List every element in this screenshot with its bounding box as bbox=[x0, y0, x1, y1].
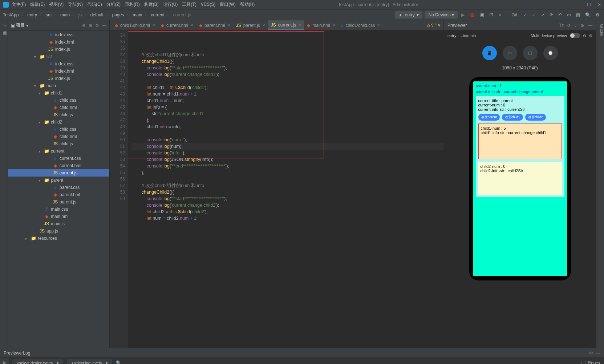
close-tab-icon[interactable]: ✕ bbox=[262, 23, 265, 27]
breadcrumb-item[interactable]: pages bbox=[112, 12, 124, 17]
tree-item-main.js[interactable]: JSmain.js bbox=[8, 220, 109, 227]
breadcrumb-item[interactable]: src bbox=[46, 12, 52, 17]
zoom-out-icon[interactable]: ⊖ bbox=[583, 33, 586, 38]
left-tool-project[interactable]: 1: 项目 bbox=[2, 24, 8, 348]
git-commit-icon[interactable]: ✓ bbox=[531, 12, 537, 17]
log-hide-icon[interactable]: — bbox=[596, 351, 600, 356]
maximize-icon[interactable]: ☐ bbox=[587, 2, 591, 7]
tree-item-index.hml[interactable]: ◆index.hml bbox=[8, 39, 109, 46]
code-editor[interactable]: // 改变child1组件的num 和 info changeChild1(){… bbox=[128, 31, 443, 348]
close-tab-icon[interactable]: ✕ bbox=[298, 23, 301, 27]
tree-item-parent.hml[interactable]: ◆parent.hml bbox=[8, 191, 109, 198]
tree-item-parent[interactable]: ▾📁parent bbox=[8, 177, 109, 184]
tree-item-child.js[interactable]: JSchild.js bbox=[8, 111, 109, 118]
log-search-icon[interactable]: 🔍 bbox=[116, 360, 121, 364]
previewer-tt-icon[interactable]: Tт bbox=[559, 23, 564, 28]
menu-视图(V)[interactable]: 视图(V) bbox=[49, 2, 64, 7]
tree-item-child1[interactable]: ▾📁child1 bbox=[8, 89, 109, 97]
tree-item-main.css[interactable]: #main.css bbox=[8, 206, 109, 213]
device-phone-icon[interactable]: 📱 bbox=[482, 46, 497, 60]
tree-item-current.css[interactable]: #current.css bbox=[8, 155, 109, 162]
preview-btn-改变child1[interactable]: 改变child1 bbox=[502, 114, 523, 121]
structure-icon[interactable]: ▤ bbox=[575, 12, 581, 17]
menu-运行(U)[interactable]: 运行(U) bbox=[163, 2, 178, 7]
menu-代码(C)[interactable]: 代码(C) bbox=[87, 2, 102, 7]
editor-tab-parent.hml[interactable]: ◆parent.hml✕ bbox=[196, 20, 233, 30]
tree-item-list[interactable]: ▾📁list bbox=[8, 53, 109, 60]
device-tablet-icon[interactable]: ▭ bbox=[503, 46, 517, 60]
tree-item-index.js[interactable]: JSindex.js bbox=[8, 46, 109, 53]
zoom-in-icon[interactable]: ⊕ bbox=[589, 33, 592, 38]
git-update-icon[interactable]: ✓ bbox=[522, 12, 528, 17]
editor-tab-current.hml[interactable]: ◆current.hml✕ bbox=[158, 20, 196, 30]
profile-icon[interactable]: ⏱ bbox=[488, 12, 495, 17]
project-hide-icon[interactable]: — bbox=[102, 23, 106, 28]
editor-tab-child1\child.hml[interactable]: ◆child1\child.hml✕ bbox=[112, 20, 158, 30]
preview-btn-改变parent[interactable]: 改变parent bbox=[478, 114, 500, 121]
breadcrumb-item[interactable]: default bbox=[90, 12, 104, 17]
tree-item-child2[interactable]: ▾📁child2 bbox=[8, 118, 109, 126]
breadcrumb-item[interactable]: main bbox=[60, 12, 70, 17]
tree-item-parent.js[interactable]: JSparent.js bbox=[8, 198, 109, 206]
tree-item-current[interactable]: ▾📁current bbox=[8, 147, 109, 155]
run-config-combo[interactable]: ▲ entry ▾ bbox=[395, 11, 423, 19]
menu-分析(Z)[interactable]: 分析(Z) bbox=[106, 2, 121, 7]
tree-item-child.css[interactable]: #child.css bbox=[8, 126, 109, 133]
device-watch-icon[interactable]: ⌚ bbox=[543, 46, 558, 60]
menu-构建(B)[interactable]: 构建(B) bbox=[144, 2, 159, 7]
git-revert-icon[interactable]: ↶ bbox=[557, 12, 563, 17]
close-icon[interactable]: ✕ bbox=[597, 2, 601, 7]
tree-item-child.css[interactable]: #child.css bbox=[8, 97, 109, 104]
project-collapse-icon[interactable]: ⊖ bbox=[82, 23, 86, 28]
project-target-icon[interactable]: ⊕ bbox=[89, 23, 92, 28]
run-icon[interactable]: ▶ bbox=[460, 12, 466, 17]
editor-tab-main.hml[interactable]: ◆main.hml✕ bbox=[304, 20, 338, 30]
minimize-icon[interactable]: — bbox=[576, 2, 580, 7]
git-push-icon[interactable]: ↗ bbox=[539, 12, 546, 17]
close-tab-icon[interactable]: ✕ bbox=[377, 23, 380, 27]
search-icon[interactable]: 🔍 bbox=[584, 12, 592, 17]
previewer-refresh-icon[interactable]: ⟳ bbox=[567, 23, 571, 28]
bell-icon[interactable]: ⚙ bbox=[594, 12, 601, 17]
previewer-route-icon[interactable]: ⤴ bbox=[575, 23, 577, 28]
log-gear-icon[interactable]: ⚙ bbox=[589, 351, 593, 356]
close-tab-icon[interactable]: ✕ bbox=[332, 23, 335, 27]
tree-item-index.hml[interactable]: ◆index.hml bbox=[8, 68, 109, 75]
tree-item-parent.css[interactable]: #parent.css bbox=[8, 184, 109, 191]
breadcrumb[interactable]: TestApp〉entry〉src〉main〉js〉default〉pages〉… bbox=[3, 12, 191, 18]
git-history-icon[interactable]: ⟳ bbox=[548, 12, 555, 17]
tree-item-child.hml[interactable]: ◆child.hml bbox=[8, 133, 109, 140]
device-tv-icon[interactable]: ▢ bbox=[523, 46, 538, 60]
device-type-combo[interactable]: <select device type> ▾ bbox=[12, 359, 63, 364]
stop-icon[interactable]: ■ bbox=[497, 12, 503, 17]
inspection-badge[interactable]: ⚠ 9 ^ ∨ bbox=[427, 23, 441, 27]
tree-item-index.js[interactable]: JSindex.js bbox=[8, 75, 109, 82]
project-gear-icon[interactable]: ⚙ bbox=[95, 23, 99, 28]
multi-device-toggle[interactable] bbox=[570, 33, 580, 38]
tree-item-child.hml[interactable]: ◆child.hml bbox=[8, 104, 109, 111]
menu-重构(R)[interactable]: 重构(R) bbox=[125, 2, 140, 7]
editor-tab-parent.js[interactable]: JSparent.js✕ bbox=[233, 20, 268, 30]
breadcrumb-item[interactable]: js bbox=[78, 12, 82, 17]
menu-工具(T)[interactable]: 工具(T) bbox=[182, 2, 196, 7]
log-restart-icon[interactable]: ▶ bbox=[3, 360, 6, 364]
log-level-combo[interactable]: <select log level> ▾ bbox=[67, 359, 112, 364]
previewer-hide-icon[interactable]: — bbox=[588, 23, 592, 28]
close-tab-icon[interactable]: ✕ bbox=[152, 23, 155, 27]
editor-tab-current.js[interactable]: JScurrent.js✕ bbox=[268, 20, 304, 30]
tree-item-index.css[interactable]: #index.css bbox=[8, 60, 109, 68]
previewer-gear-icon[interactable]: ⚙ bbox=[580, 23, 584, 28]
device-combo[interactable]: No Devices ▾ bbox=[425, 11, 458, 19]
breadcrumb-item[interactable]: TestApp bbox=[3, 12, 19, 17]
tree-item-current.hml[interactable]: ◆current.hml bbox=[8, 162, 109, 169]
tree-item-main[interactable]: ▾📁main bbox=[8, 82, 109, 89]
tree-item-app.js[interactable]: JSapp.js bbox=[8, 227, 109, 235]
menu-帮助(H)[interactable]: 帮助(H) bbox=[240, 2, 255, 7]
close-tab-icon[interactable]: ✕ bbox=[190, 23, 193, 27]
breadcrumb-item[interactable]: main bbox=[133, 12, 142, 17]
right-tool-gradle[interactable]: Gradle bbox=[600, 24, 604, 36]
folder-icon[interactable]: ▭ bbox=[566, 12, 572, 17]
menu-VCS(S)[interactable]: VCS(S) bbox=[201, 2, 216, 7]
editor-tab-child1\child.css[interactable]: #child1\child.css✕ bbox=[338, 20, 383, 30]
menu-导航(N)[interactable]: 导航(N) bbox=[68, 2, 83, 7]
